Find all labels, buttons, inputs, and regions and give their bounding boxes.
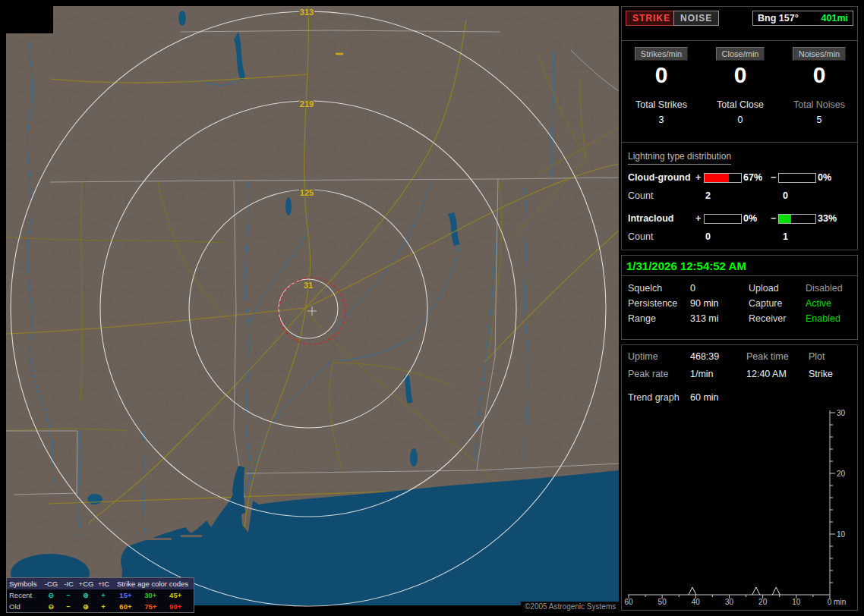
map-nodata-corner — [6, 6, 53, 33]
intracloud-row: Intracloud + 0% − 33% — [622, 213, 857, 224]
intracloud-label: Intracloud — [628, 213, 673, 224]
count-label: Count — [628, 190, 653, 201]
ring-label-313: 313 — [300, 8, 314, 17]
age-badge-75: 75+ — [141, 602, 166, 611]
session-row: Peak rate 1/min 12:40 AM Strike — [622, 369, 857, 381]
squelch-label: Squelch — [628, 283, 662, 294]
close-per-min-button[interactable]: Close/min — [716, 47, 765, 61]
nexstorm-app-window: 313 219 125 31 Symbols -CG -IC +CG +IC S… — [0, 0, 864, 616]
neg-ic-icon: − — [60, 602, 77, 611]
ic-negative-count: 1 — [783, 231, 788, 242]
capture-label: Capture — [749, 298, 782, 309]
range-value: 401mi — [821, 13, 848, 24]
legend-symbols-label: Symbols — [9, 580, 43, 588]
strike-rate-spike — [689, 587, 696, 595]
cg-positive-pct: 67% — [743, 172, 762, 183]
ic-negative-pct: 33% — [818, 213, 837, 224]
svg-text:10: 10 — [837, 530, 846, 539]
svg-text:10: 10 — [792, 598, 801, 606]
lightning-map[interactable]: 313 219 125 31 — [6, 6, 619, 611]
ic-negative-bar — [778, 214, 816, 224]
legend-col-neg-cg: -CG — [43, 580, 60, 588]
session-row: Uptime 468:39 Peak time Plot — [622, 351, 857, 363]
trend-graph: 1020306050403020100 min — [622, 403, 857, 609]
legend-col-pos-cg: +CG — [77, 580, 95, 588]
neg-cg-icon: ⊖ — [43, 591, 60, 599]
strikes-per-min-button[interactable]: Strikes/min — [635, 47, 688, 61]
squelch-value: 0 — [690, 283, 695, 294]
cg-negative-bar — [778, 173, 816, 183]
svg-text:20: 20 — [758, 598, 768, 606]
distribution-title: Lightning type distribution — [628, 151, 731, 165]
capture-status: Active — [806, 298, 831, 309]
total-strikes-label: Total Strikes — [622, 99, 701, 110]
cg-positive-count: 2 — [705, 190, 711, 201]
total-noises-value: 5 — [780, 115, 859, 125]
svg-text:60: 60 — [624, 598, 633, 606]
cg-positive-bar — [704, 173, 742, 183]
total-strikes: Total Strikes 3 — [622, 99, 701, 125]
age-badge-15: 15+ — [116, 591, 141, 599]
upload-status: Disabled — [806, 283, 843, 294]
ring-label-219: 219 — [300, 99, 314, 108]
strike-rate-spike — [772, 587, 780, 595]
map-canvas: 313 219 125 31 — [6, 6, 619, 611]
divider — [622, 142, 857, 143]
persistence-value: 90 min — [690, 298, 719, 309]
legend-col-neg-ic: -IC — [60, 580, 77, 588]
pos-cg-icon: ⊕ — [77, 602, 95, 611]
strike-mode-button[interactable]: STRIKE — [626, 11, 677, 26]
uptime-value: 468:39 — [690, 351, 719, 362]
strike-rate-spike — [752, 587, 760, 595]
ring-label-125: 125 — [300, 188, 314, 197]
svg-text:20: 20 — [837, 470, 846, 478]
trend-window-value: 60 min — [690, 392, 719, 403]
trend-graph-label: Trend graph — [628, 392, 680, 403]
pos-ic-icon: + — [94, 602, 112, 611]
svg-text:0 min: 0 min — [828, 598, 846, 606]
settings-section: 1/31/2026 12:54:52 AM Squelch 0 Upload D… — [621, 255, 858, 340]
total-noises-label: Total Noises — [780, 99, 859, 110]
close-per-min-col: Close/min 0 — [701, 46, 780, 87]
svg-text:30: 30 — [837, 409, 846, 417]
total-close-value: 0 — [701, 115, 780, 125]
cg-positive-bar-fill — [705, 174, 729, 182]
legend-row-recent: Recent ⊖ − ⊕ + 15+ 30+ 45+ — [7, 589, 194, 601]
close-per-min-value: 0 — [701, 63, 780, 87]
bearing-range-display: Bng 157° 401mi — [752, 11, 853, 26]
ring-label-31: 31 — [304, 281, 313, 290]
legend-recent-label: Recent — [9, 591, 43, 599]
plus-sign: + — [695, 213, 701, 224]
ic-negative-bar-fill — [779, 215, 791, 223]
svg-text:30: 30 — [725, 598, 734, 606]
cloud-ground-row: Cloud-ground + 67% − 0% — [622, 172, 857, 183]
neg-cg-icon: ⊖ — [43, 602, 60, 611]
age-badge-60: 60+ — [116, 602, 141, 611]
total-close: Total Close 0 — [701, 99, 780, 125]
minus-sign: − — [771, 213, 776, 224]
pos-cg-icon: ⊕ — [77, 591, 95, 599]
settings-row: Range 313 mi Receiver Enabled — [622, 313, 857, 325]
count-label: Count — [628, 231, 653, 242]
settings-row: Squelch 0 Upload Disabled — [622, 283, 857, 295]
age-badge-30: 30+ — [141, 591, 166, 599]
receiver-status: Enabled — [806, 313, 840, 324]
cloud-ground-label: Cloud-ground — [628, 172, 691, 183]
legend-age-title: Strike age color codes — [112, 580, 191, 588]
legend-row-old: Old ⊖ − ⊕ + 60+ 75+ 90+ — [7, 601, 194, 612]
ic-positive-count: 0 — [705, 231, 711, 242]
noises-per-min-col: Noises/min 0 — [780, 46, 859, 87]
range-label: Range — [628, 313, 656, 324]
legend-old-label: Old — [9, 602, 43, 611]
copyright-text: ©2005 Astrogenic Systems — [521, 602, 620, 611]
peak-time-label: Peak time — [746, 351, 789, 362]
uptime-label: Uptime — [628, 351, 658, 362]
ic-positive-bar — [704, 214, 742, 224]
age-badge-90: 90+ — [166, 602, 191, 611]
noise-mode-button[interactable]: NOISE — [673, 11, 719, 26]
datetime-display: 1/31/2026 12:54:52 AM — [622, 256, 857, 276]
minus-sign: − — [771, 172, 776, 183]
noises-per-min-button[interactable]: Noises/min — [793, 47, 846, 61]
strikes-per-min-col: Strikes/min 0 — [622, 46, 701, 87]
receiver-label: Receiver — [749, 313, 786, 324]
